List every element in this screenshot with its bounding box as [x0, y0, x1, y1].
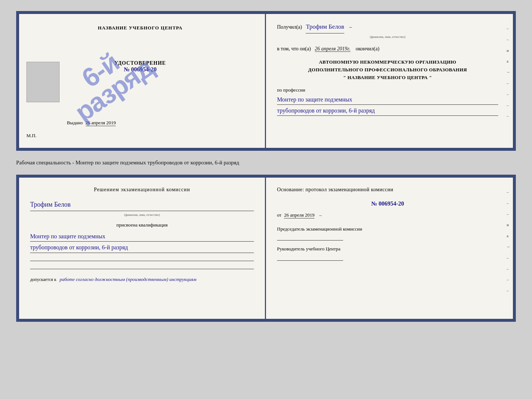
- name-hint-bottom: (фамилия, имя, отчество): [30, 212, 254, 218]
- prisvoena-text: присвоена квалификация: [30, 221, 254, 229]
- protocol-number: № 006954-20: [277, 199, 498, 209]
- ot-date: 26 апреля 2019: [284, 212, 314, 218]
- side-lines-top: – – и а ← – – – –: [507, 25, 511, 120]
- bottom-left-panel: Решением экзаменационной комиссии Трофим…: [19, 178, 266, 319]
- recipient-name-top: Трофим Белов: [306, 21, 344, 33]
- recipient-hint-top: (фамилия, имя, отчество): [277, 34, 498, 40]
- cert-number-top: № 006954-20: [114, 66, 166, 73]
- okончил-label: окончил(а): [356, 46, 380, 51]
- blank-line-2: [30, 262, 254, 269]
- completion-date: 26 апреля 2019г.: [315, 46, 351, 52]
- vydano-label: Выдано: [67, 120, 83, 125]
- chairman-label: Председатель экзаменационной комиссии: [277, 225, 498, 233]
- dopuskaetsya-row: допускается к работе согласно должностны…: [30, 275, 254, 284]
- qualification-block: Монтер по защите подземных трубопроводов…: [30, 231, 254, 253]
- org-line2: ДОПОЛНИТЕЛЬНОГО ПРОФЕССИОНАЛЬНОГО ОБРАЗО…: [277, 66, 498, 74]
- org-name-line: " НАЗВАНИЕ УЧЕБНОГО ЦЕНТРА ": [277, 74, 498, 82]
- vydano-date: 26 апреля 2019: [86, 120, 116, 126]
- ot-date-row: от 26 апреля 2019 –: [277, 211, 498, 219]
- poluchil-row: Получил(а) Трофим Белов – (фамилия, имя,…: [277, 21, 498, 40]
- dopusk-text: работе согласно должностным (производств…: [60, 277, 196, 282]
- qualification-line1: Монтер по защите подземных: [30, 231, 254, 242]
- chairman-block: Председатель экзаменационной комиссии: [277, 225, 498, 241]
- bottom-right-panel: Основание: протокол экзаменационной коми…: [266, 178, 513, 319]
- qualification-line2: трубопроводов от коррозии, 6-й разряд: [30, 242, 254, 253]
- udostoverenie-title: УДОСТОВЕРЕНИЕ: [114, 60, 166, 66]
- org-name-open: ": [343, 75, 346, 80]
- dopuskaetsya-label: допускается к: [30, 277, 56, 282]
- profession-block-top: Монтер по защите подземных трубопроводов…: [277, 95, 498, 116]
- stamp-text: 6-й разряд: [58, 35, 157, 125]
- udostoverenie-block: УДОСТОВЕРЕНИЕ № 006954-20: [114, 60, 166, 73]
- stamp-overlay: 6-й разряд: [48, 29, 166, 132]
- org-name: НАЗВАНИЕ УЧЕБНОГО ЦЕНТРА: [348, 75, 428, 80]
- mp-label: М.П.: [26, 133, 36, 138]
- cert-right-panel: Получил(а) Трофим Белов – (фамилия, имя,…: [266, 14, 513, 148]
- osnovanie-title: Основание: протокол экзаменационной коми…: [277, 185, 498, 194]
- dash1: –: [349, 24, 352, 30]
- recipient-name-bottom: Трофим Белов: [30, 199, 254, 211]
- vtom-label: в том, что он(а): [277, 46, 311, 51]
- chief-block: Руководитель учебного Центра: [277, 245, 498, 260]
- center-title-top: НАЗВАНИЕ УЧЕБНОГО ЦЕНТРА: [98, 25, 183, 31]
- profession-line1-top: Монтер по защите подземных: [277, 95, 498, 105]
- chief-label: Руководитель учебного Центра: [277, 245, 498, 253]
- specialty-text: Рабочая специальность - Монтер по защите…: [16, 157, 516, 168]
- org-name-close: ": [429, 75, 432, 80]
- profession-line2-top: трубопроводов от коррозии, 6-й разряд: [277, 106, 498, 116]
- vtom-row: в том, что он(а) 26 апреля 2019г. окончи…: [277, 44, 498, 53]
- document-container: НАЗВАНИЕ УЧЕБНОГО ЦЕНТРА 6-й разряд УДОС…: [16, 11, 516, 322]
- cert-left-panel: НАЗВАНИЕ УЧЕБНОГО ЦЕНТРА 6-й разряд УДОС…: [19, 14, 266, 148]
- poluchil-label: Получил(а): [277, 24, 302, 30]
- ot-label: от: [277, 212, 281, 218]
- org-line1: АВТОНОМНУЮ НЕКОММЕРЧЕСКУЮ ОРГАНИЗАЦИЮ: [277, 58, 498, 66]
- bottom-certificate: Решением экзаменационной комиссии Трофим…: [16, 175, 516, 322]
- mp-row: М.П.: [26, 133, 36, 139]
- side-lines-bottom: – – – и а ← – – – –: [507, 189, 511, 295]
- blank-line-1: [30, 254, 254, 261]
- chairman-sig-line: [277, 235, 343, 241]
- po-professii: по профессии: [277, 86, 498, 94]
- decision-title: Решением экзаменационной комиссии: [30, 185, 254, 194]
- chief-sig-line: [277, 255, 343, 261]
- org-block: АВТОНОМНУЮ НЕКОММЕРЧЕСКУЮ ОРГАНИЗАЦИЮ ДО…: [277, 58, 498, 81]
- name-block-bottom: Трофим Белов (фамилия, имя, отчество): [30, 199, 254, 218]
- vydano-row: Выдано 26 апреля 2019: [67, 120, 116, 126]
- top-certificate: НАЗВАНИЕ УЧЕБНОГО ЦЕНТРА 6-й разряд УДОС…: [16, 11, 516, 151]
- photo-placeholder: [26, 62, 60, 102]
